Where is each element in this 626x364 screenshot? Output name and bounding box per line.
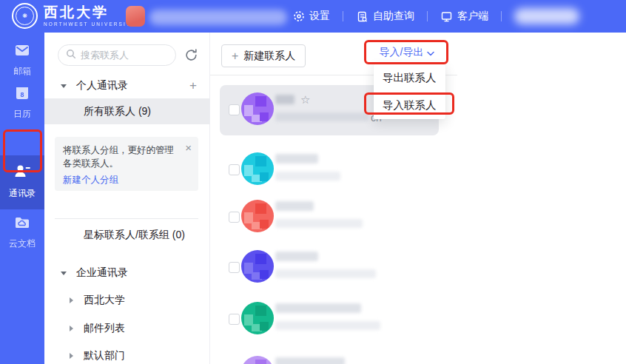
client-nav-item[interactable]: 客户端	[440, 10, 488, 23]
rail-label-contacts: 通讯录	[9, 187, 36, 200]
contact-row[interactable]	[220, 197, 439, 238]
gear-icon	[293, 10, 305, 22]
contact-avatar	[241, 92, 274, 125]
all-contacts-label: 所有联系人 (9)	[84, 105, 151, 118]
close-icon[interactable]: ×	[185, 142, 192, 153]
contact-avatar	[241, 152, 274, 185]
new-contact-label: 新建联系人	[243, 50, 295, 63]
contact-name-line	[275, 252, 318, 261]
client-label: 客户端	[457, 10, 488, 23]
monitor-icon	[440, 10, 453, 23]
redacted-contact-email	[275, 269, 376, 278]
contact-row[interactable]	[220, 299, 439, 340]
cloud-folder-icon	[13, 215, 31, 234]
redacted-contact-name	[275, 95, 295, 104]
seal-inner: ❋	[16, 7, 34, 25]
chevron-right-icon	[70, 353, 73, 359]
search-icon	[66, 49, 76, 62]
self-query-label: 自助查询	[373, 10, 414, 23]
grouping-tip-box: 将联系人分组，更好的管理各类联系人。 × 新建个人分组	[55, 137, 198, 191]
contact-checkbox[interactable]	[229, 212, 240, 223]
redacted-contact-email	[275, 112, 368, 121]
import-export-label: 导入/导出	[380, 46, 424, 59]
settings-nav-item[interactable]: 设置	[293, 10, 330, 23]
starred-label: 星标联系人/联系组 (0)	[84, 229, 185, 242]
rail-item-docs[interactable]: 云文档	[0, 215, 44, 250]
redacted-username[interactable]	[514, 8, 579, 24]
panel-divider	[55, 218, 198, 219]
new-personal-group-link[interactable]: 新建个人分组	[63, 174, 118, 186]
rail-item-contacts[interactable]: 通讯录	[0, 163, 44, 200]
university-name-cn: 西北大学	[44, 5, 135, 20]
redacted-contact-name	[275, 154, 318, 164]
contact-search-box[interactable]	[58, 44, 176, 66]
contact-avatar	[241, 356, 274, 364]
contact-row[interactable]	[220, 353, 439, 364]
contact-checkbox[interactable]	[229, 314, 240, 325]
all-contacts-item[interactable]: 所有联系人 (9)	[44, 98, 209, 124]
tree-item-maillist[interactable]: 邮件列表	[44, 320, 209, 337]
refresh-icon[interactable]	[182, 46, 200, 64]
contact-avatar	[241, 250, 274, 283]
rail-label-calendar: 日历	[13, 108, 31, 121]
contact-email-line: cn	[275, 112, 382, 124]
panel-main-divider	[209, 33, 210, 364]
import-export-dropdown: 导出联系人 导入联系人	[374, 64, 445, 119]
enterprise-group-header[interactable]: 企业通讯录	[44, 265, 209, 281]
tree-item-label: 邮件列表	[84, 322, 125, 335]
enterprise-group-label: 企业通讯录	[76, 266, 128, 280]
redacted-account-avatar	[126, 6, 145, 27]
redacted-contact-email	[275, 219, 363, 228]
contact-row[interactable]	[220, 149, 439, 191]
tree-item-university[interactable]: 西北大学	[44, 292, 209, 309]
menu-item-export-contacts[interactable]: 导出联系人	[374, 64, 445, 92]
contacts-person-icon	[13, 163, 32, 183]
contact-checkbox[interactable]	[229, 262, 240, 273]
personal-group-header[interactable]: 个人通讯录 +	[44, 78, 209, 94]
tree-item-label: 西北大学	[84, 294, 125, 307]
rail-item-mail[interactable]: 邮箱	[0, 42, 44, 78]
contact-avatar	[241, 200, 274, 232]
contact-email-line	[275, 269, 376, 278]
contact-row[interactable]	[220, 247, 439, 289]
contact-name-line	[275, 201, 314, 211]
star-icon[interactable]: ☆	[300, 94, 310, 105]
search-input[interactable]	[81, 50, 162, 61]
redacted-contact-name	[275, 357, 345, 364]
tree-item-default-dept[interactable]: 默认部门	[44, 348, 209, 364]
menu-item-import-contacts[interactable]: 导入联系人	[374, 92, 445, 119]
top-nav: 设置 自助查询 客户端	[293, 0, 579, 33]
rail-label-docs: 云文档	[9, 237, 36, 250]
redacted-contact-name	[275, 252, 318, 261]
starred-contacts-item[interactable]: 星标联系人/联系组 (0)	[44, 227, 209, 243]
tree-item-label: 默认部门	[84, 349, 125, 363]
contact-email-line	[275, 321, 380, 330]
import-export-trigger[interactable]: 导入/导出	[366, 41, 448, 64]
add-group-icon[interactable]: +	[189, 78, 197, 93]
chevron-right-icon	[70, 326, 73, 331]
contact-email-line	[275, 219, 363, 228]
brand-text: 西北大学 NORTHWEST UNIVERSITY	[44, 5, 135, 27]
redacted-contact-email	[275, 172, 340, 181]
personal-group-label: 个人通讯录	[76, 79, 128, 92]
svg-text:8: 8	[20, 91, 24, 98]
query-doc-icon	[356, 10, 368, 23]
contact-checkbox[interactable]	[229, 104, 240, 115]
chevron-right-icon	[70, 297, 73, 303]
university-name-en: NORTHWEST UNIVERSITY	[44, 21, 135, 27]
university-logo: ❋ 西北大学 NORTHWEST UNIVERSITY	[12, 3, 135, 29]
chevron-down-icon	[61, 84, 67, 88]
mail-icon	[13, 42, 31, 61]
redacted-account-name	[149, 10, 287, 25]
tip-text: 将联系人分组，更好的管理各类联系人。	[63, 144, 180, 170]
settings-label: 设置	[309, 10, 330, 23]
plus-icon: +	[232, 50, 238, 63]
contact-email-line	[275, 172, 340, 181]
contact-checkbox[interactable]	[229, 164, 240, 175]
rail-item-calendar[interactable]: 8 日历	[0, 85, 44, 121]
contact-avatar	[241, 302, 274, 334]
app-rail: 邮箱 8 日历 通讯录 云文档	[0, 33, 44, 364]
calendar-icon: 8	[13, 85, 31, 104]
self-query-nav-item[interactable]: 自助查询	[356, 10, 414, 23]
new-contact-button[interactable]: + 新建联系人	[221, 44, 306, 67]
